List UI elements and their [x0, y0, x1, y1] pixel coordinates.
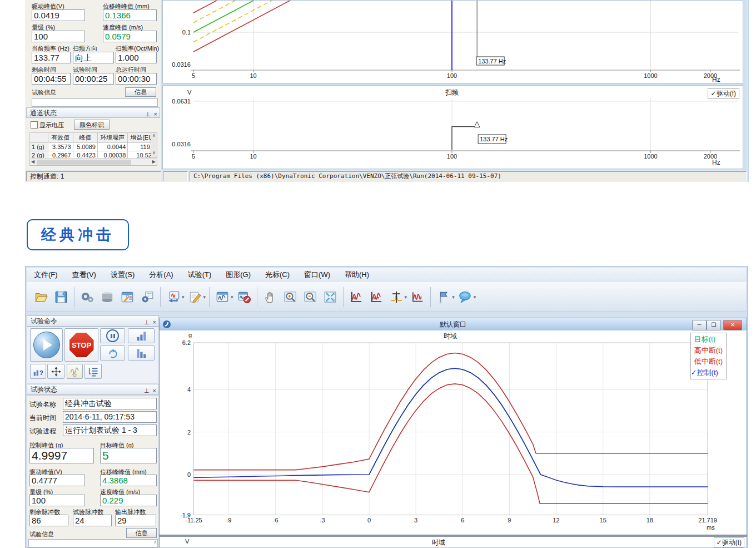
test-setup-icon[interactable]	[117, 287, 137, 307]
zoom-in-icon[interactable]	[280, 287, 300, 307]
channel-col-header[interactable]: 环境噪声	[97, 133, 127, 143]
control-parameters-icon[interactable]	[137, 287, 157, 307]
dropdown-arrow-icon[interactable]: ▾	[452, 294, 455, 300]
menu-graph[interactable]: 图形(G)	[218, 268, 258, 282]
close-icon[interactable]: ×	[153, 317, 156, 327]
test-info-label: 试验信息	[32, 88, 56, 97]
channel-table-hscroll[interactable]: ◀ ▶	[29, 159, 157, 166]
info-button[interactable]: 信息	[126, 528, 157, 538]
chart-legend[interactable]: 目标(t)高中断(t)低中断(t)✓控制(t)	[690, 333, 727, 379]
import-data-icon[interactable]	[163, 287, 183, 307]
restore-button[interactable]: ❏	[707, 320, 721, 330]
channel-col-header[interactable]	[30, 133, 48, 143]
dropdown-arrow-icon[interactable]: ▾	[203, 294, 206, 300]
sine-status-fields: 驱动峰值(V)0.0419位移峰峰值 (mm)0.1366量级 (%)100速度…	[25, 0, 161, 88]
close-icon[interactable]: ×	[153, 386, 156, 396]
zoom-out-icon[interactable]	[300, 287, 320, 307]
toolbar: ▾▾▾▾▾▾	[27, 282, 746, 312]
check-level-button[interactable]: ?	[30, 364, 46, 379]
menu-help[interactable]: 帮助(H)	[337, 268, 376, 282]
dropdown-arrow-icon[interactable]: ▾	[182, 294, 185, 300]
chart-window-titlebar[interactable]: 默认窗口 ─ ❏ ✕	[160, 318, 747, 331]
legend-item[interactable]: 目标(t)	[694, 334, 723, 345]
statusbar-spacer	[163, 171, 188, 181]
status-row-value[interactable]: 2014-6-11, 09:17:53	[63, 411, 157, 423]
continue-button[interactable]	[100, 345, 125, 361]
pin-icon[interactable]: ⊥	[144, 386, 150, 396]
toolbar-separator	[257, 287, 257, 307]
stop-button[interactable]: STOP	[64, 328, 98, 362]
time-domain-chart: 时域g-11.25-9-6-3036912151821.719ms6.2420-…	[160, 330, 747, 534]
dropdown-arrow-icon[interactable]: ▾	[405, 294, 407, 300]
menu-test[interactable]: 试验(T)	[181, 268, 219, 282]
test-info-label: 试验信息	[29, 530, 54, 539]
status-row-value[interactable]: 经典冲击试验	[63, 398, 157, 409]
color-id-button[interactable]: 颜色标识	[74, 120, 110, 130]
drive-legend-combo[interactable]: ✓驱动(t)	[714, 537, 744, 547]
comment-icon[interactable]	[455, 287, 475, 307]
legend-item[interactable]: ✓控制(t)	[691, 367, 723, 378]
field-value: 0.0419	[32, 9, 85, 21]
sweep-marker[interactable]	[474, 122, 480, 127]
toolbar-separator	[343, 287, 344, 307]
scroll-up-icon[interactable]: ∧	[153, 540, 157, 545]
menu-window[interactable]: 窗口(W)	[297, 268, 337, 282]
save-file-icon[interactable]	[51, 287, 71, 307]
signal-graph-icon[interactable]	[407, 287, 427, 307]
sweep-legend-combo[interactable]: ✓驱动(f)	[708, 88, 739, 99]
dropdown-arrow-icon[interactable]: ▾	[474, 294, 476, 300]
scroll-thumb[interactable]	[37, 160, 131, 165]
close-button[interactable]: ✕	[723, 320, 742, 330]
cursor-tool-icon[interactable]	[386, 287, 406, 307]
pan-tool-icon[interactable]	[260, 287, 280, 307]
pin-icon[interactable]: ⊥	[145, 109, 151, 119]
minimize-button[interactable]: ─	[692, 320, 707, 330]
svg-text:12: 12	[553, 517, 559, 524]
start-button[interactable]	[30, 328, 63, 362]
time-graph-icon[interactable]	[346, 287, 366, 307]
manual-control-button[interactable]	[67, 364, 83, 379]
dropdown-arrow-icon[interactable]: ▾	[231, 294, 233, 300]
new-graph-window-icon[interactable]	[212, 287, 232, 307]
channel-row[interactable]: 1 (g)3.35735.00890.0044119.2	[30, 143, 157, 151]
shaker-setup-icon[interactable]	[97, 287, 117, 307]
svg-text:Hz: Hz	[712, 76, 720, 83]
status-row-value[interactable]: 运行计划表试验 1 - 3	[63, 424, 157, 436]
show-voltage-checkbox[interactable]	[31, 121, 38, 129]
scroll-left-icon[interactable]: ◀	[31, 159, 34, 164]
center-position-button[interactable]	[47, 364, 64, 379]
level-down-button[interactable]	[128, 345, 155, 361]
series-abort-lower	[193, 1, 348, 52]
menu-view[interactable]: 查看(V)	[65, 268, 103, 282]
open-file-icon[interactable]	[31, 287, 51, 307]
legend-item[interactable]: 低中断(t)	[694, 356, 723, 367]
channel-table-vscroll[interactable]: ∧∨	[151, 132, 157, 158]
schedule-button[interactable]	[84, 364, 102, 379]
test-info-box[interactable]: ∧	[28, 539, 158, 547]
field-value: 00:00:25	[73, 73, 114, 85]
edit-notes-icon[interactable]	[185, 287, 205, 307]
info-button[interactable]: 信息	[125, 87, 156, 97]
pin-icon[interactable]: ⊥	[144, 317, 150, 327]
level-up-button[interactable]	[128, 328, 155, 343]
close-icon[interactable]: ×	[154, 109, 157, 119]
menu-settings[interactable]: 设置(S)	[103, 268, 142, 282]
test-command-panel-header: 试验命令 ⊥×	[27, 315, 159, 327]
flag-marker-icon[interactable]	[434, 287, 454, 307]
scroll-right-icon[interactable]: ▶	[152, 159, 156, 164]
system-settings-icon[interactable]	[77, 287, 97, 307]
menu-cursor[interactable]: 光标(C)	[258, 268, 297, 282]
channel-col-header[interactable]: 有效值	[48, 133, 73, 143]
channel-status-panel-header: 通道状态 ⊥×	[26, 107, 160, 118]
freq-graph-icon[interactable]	[366, 287, 386, 307]
channel-row[interactable]: 2 (g)0.29670.44230.0003810.523	[30, 151, 157, 159]
menu-file[interactable]: 文件(F)	[27, 268, 65, 282]
zoom-fit-icon[interactable]	[320, 287, 340, 307]
legend-item[interactable]: 高中断(t)	[694, 345, 723, 356]
channel-col-header[interactable]: 峰值	[73, 133, 97, 143]
svg-text:10: 10	[250, 72, 256, 79]
menu-analysis[interactable]: 分析(A)	[142, 268, 180, 282]
pause-button[interactable]	[100, 328, 125, 343]
channel-cell: 0.0044	[97, 143, 127, 151]
close-graph-icon[interactable]	[234, 287, 254, 307]
